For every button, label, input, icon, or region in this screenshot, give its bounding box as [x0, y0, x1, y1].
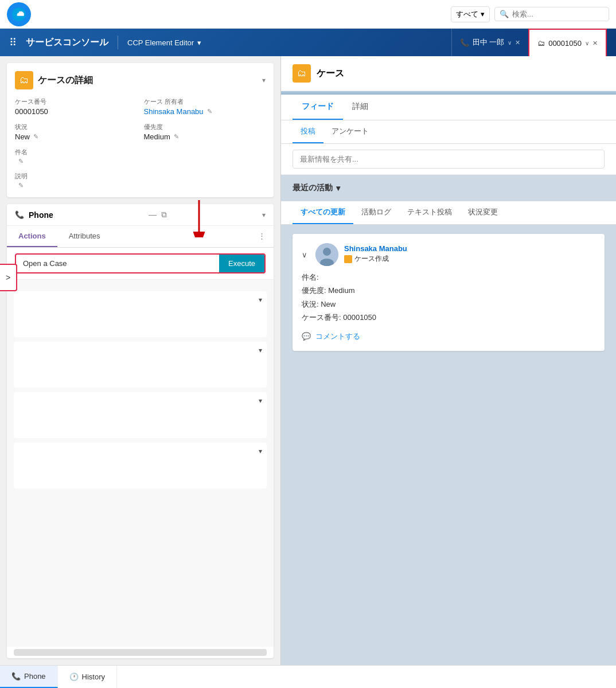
- tab-tanaka-icon: 📞: [460, 38, 469, 47]
- subtab-survey[interactable]: アンケート: [323, 120, 377, 143]
- top-bar: すべて ▾ 🔍: [0, 0, 616, 29]
- case-number-label: ケース番号: [15, 97, 137, 106]
- sidebar-toggle-button[interactable]: >: [0, 264, 17, 291]
- action-item: Open a Case Execute: [7, 248, 274, 280]
- subject-edit-icon[interactable]: ✎: [18, 158, 24, 165]
- bottom-history-icon: 🕐: [69, 673, 79, 681]
- spacer-arrow-1[interactable]: ▾: [259, 296, 262, 304]
- phone-controls: — ⧉: [149, 210, 167, 220]
- comment-row[interactable]: 💬 コメントする: [302, 331, 595, 342]
- tab-tanaka[interactable]: 📞 田中 一郎 ∨ ✕: [451, 29, 529, 56]
- activity-header-label: 最近の活動: [293, 183, 333, 193]
- phone-widget-header: 📞 Phone — ⧉ ▾: [7, 204, 274, 226]
- subtab-post[interactable]: 投稿: [293, 120, 323, 143]
- execute-button[interactable]: Execute: [219, 255, 264, 272]
- nav-tab-chevron-icon: ▾: [197, 38, 201, 47]
- bottom-bar: 📞 Phone 🕐 History: [0, 665, 616, 688]
- search-box: 🔍: [494, 7, 609, 21]
- search-dropdown[interactable]: すべて ▾: [451, 6, 490, 22]
- spacer-arrow-2[interactable]: ▾: [259, 346, 262, 354]
- spacer-block-2: ▾: [14, 342, 267, 388]
- spacer-arrow-3[interactable]: ▾: [259, 397, 262, 405]
- action-item-label: Open a Case: [16, 255, 219, 272]
- activity-badge-label: ケース作成: [354, 254, 389, 264]
- case-card-icon: 🗂: [15, 71, 33, 89]
- horizontal-scrollbar[interactable]: [14, 649, 267, 656]
- share-input[interactable]: [293, 150, 605, 169]
- tab-case-icon: 🗂: [537, 39, 545, 48]
- subject-label: 件名: [15, 148, 266, 157]
- priority-value: Medium: [144, 132, 170, 141]
- spacer-arrow-4[interactable]: ▾: [259, 447, 262, 455]
- case-detail-card: 🗂 ケースの詳細 ▾ ケース番号 00001050 ケース 所有者 Shinsa…: [7, 63, 274, 197]
- phone-widget-icon: 📞: [15, 210, 24, 219]
- share-area: [281, 144, 616, 175]
- detail-status: 状況: New: [302, 298, 595, 311]
- tab-tanaka-chevron: ∨: [508, 40, 512, 46]
- grid-icon[interactable]: ⠿: [9, 36, 17, 49]
- case-card-title: ケースの詳細: [38, 75, 93, 87]
- bottom-tab-phone[interactable]: 📞 Phone: [0, 666, 58, 688]
- right-panel-header: 🗂 ケース: [281, 56, 616, 91]
- right-case-icon: 🗂: [293, 64, 311, 83]
- activity-header: 最近の活動 ▾: [281, 175, 616, 201]
- right-panel: 🗂 ケース フィード 詳細 投稿 アンケート 最近の活動 ▾ すべての更新 活動: [281, 56, 616, 665]
- description-edit-icon[interactable]: ✎: [18, 182, 24, 189]
- expand-icon[interactable]: ⧉: [161, 210, 167, 220]
- tab-case-number[interactable]: 🗂 00001050 ∨ ✕: [528, 29, 607, 56]
- priority-edit-icon[interactable]: ✎: [174, 133, 179, 140]
- activity-tab-status[interactable]: 状況変更: [460, 201, 506, 224]
- tab-feed[interactable]: フィード: [293, 95, 343, 120]
- search-input[interactable]: [512, 10, 604, 18]
- activity-tab-all[interactable]: すべての更新: [293, 201, 353, 224]
- detail-case-number: ケース番号: 00001050: [302, 311, 595, 324]
- field-priority: 優先度 Medium ✎: [144, 123, 266, 141]
- chevron-right-icon: >: [6, 273, 10, 282]
- card-expand-icon[interactable]: ▾: [262, 76, 266, 84]
- phone-expand-icon[interactable]: ▾: [262, 211, 266, 219]
- description-label: 説明: [15, 172, 266, 181]
- comment-icon: 💬: [302, 332, 311, 341]
- bottom-tab-history[interactable]: 🕐 History: [58, 666, 117, 688]
- activity-expand-icon[interactable]: ∨: [302, 251, 307, 259]
- status-label: 状況: [15, 123, 137, 131]
- tab-tanaka-label: 田中 一郎: [473, 37, 505, 48]
- activity-user-row: ∨ Shinsaka Manabu ケース作成: [302, 243, 595, 266]
- minimize-icon[interactable]: —: [149, 210, 157, 220]
- status-value: New: [15, 132, 30, 141]
- tab-actions[interactable]: Actions: [7, 226, 57, 247]
- nav-tab-ccp-label: CCP Element Editor: [127, 38, 194, 47]
- owner-label: ケース 所有者: [144, 97, 266, 106]
- left-panel: 🗂 ケースの詳細 ▾ ケース番号 00001050 ケース 所有者 Shinsa…: [0, 56, 281, 665]
- owner-edit-icon[interactable]: ✎: [207, 108, 212, 115]
- action-item-box: Open a Case Execute: [15, 253, 266, 273]
- priority-label: 優先度: [144, 123, 266, 131]
- activity-dropdown-icon[interactable]: ▾: [336, 183, 340, 193]
- badge-icon: [344, 255, 352, 263]
- case-number-value: 00001050: [15, 107, 48, 116]
- detail-priority: 優先度: Medium: [302, 284, 595, 297]
- search-icon: 🔍: [500, 10, 509, 18]
- tab-case-label: 00001050: [548, 39, 582, 48]
- tab-details[interactable]: 詳細: [343, 95, 377, 120]
- activity-tab-log[interactable]: 活動ログ: [353, 201, 399, 224]
- search-dropdown-label: すべて: [456, 9, 478, 19]
- feed-tabs: フィード 詳細: [281, 95, 616, 120]
- tab-case-close-icon[interactable]: ✕: [592, 40, 598, 47]
- nav-divider: [118, 36, 118, 49]
- field-owner: ケース 所有者 Shinsaka Manabu ✎: [144, 97, 266, 116]
- owner-value[interactable]: Shinsaka Manabu: [144, 107, 204, 116]
- field-description: 説明 ✎: [15, 172, 266, 189]
- ccp-tab-wrapper: Actions Attributes ⋮: [7, 226, 274, 248]
- bottom-phone-label: Phone: [24, 672, 46, 681]
- tab-attributes[interactable]: Attributes: [57, 226, 112, 247]
- activity-tab-text[interactable]: テキスト投稿: [399, 201, 460, 224]
- main-layout: > 🗂 ケースの詳細 ▾ ケース番号 00001050 ケース 所有者: [0, 56, 616, 665]
- sub-tabs: 投稿 アンケート: [281, 120, 616, 144]
- ccp-more-icon[interactable]: ⋮: [250, 226, 274, 247]
- ccp-tabs: Actions Attributes ⋮: [7, 226, 274, 248]
- activity-tabs: すべての更新 活動ログ テキスト投稿 状況変更: [281, 201, 616, 225]
- status-edit-icon[interactable]: ✎: [33, 133, 38, 140]
- tab-tanaka-close-icon[interactable]: ✕: [515, 39, 520, 46]
- nav-tab-ccp[interactable]: CCP Element Editor ▾: [127, 38, 201, 47]
